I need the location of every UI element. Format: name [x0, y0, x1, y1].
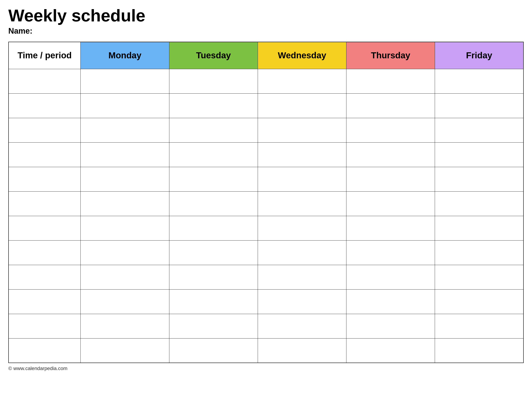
table-row	[8, 118, 524, 142]
table-cell[interactable]	[169, 191, 258, 216]
table-cell[interactable]	[81, 338, 169, 363]
table-cell[interactable]	[169, 167, 258, 191]
table-cell[interactable]	[169, 314, 258, 338]
table-cell[interactable]	[258, 314, 346, 338]
table-cell[interactable]	[81, 314, 169, 338]
table-cell[interactable]	[346, 69, 435, 93]
table-cell[interactable]	[435, 167, 524, 191]
table-cell[interactable]	[258, 265, 346, 289]
table-row	[8, 314, 524, 338]
table-row	[8, 338, 524, 363]
table-cell[interactable]	[81, 118, 169, 142]
table-cell[interactable]	[346, 93, 435, 118]
table-cell[interactable]	[346, 314, 435, 338]
table-cell[interactable]	[8, 289, 81, 314]
table-cell[interactable]	[8, 142, 81, 167]
col-header-wednesday: Wednesday	[258, 42, 346, 69]
table-cell[interactable]	[435, 265, 524, 289]
table-row	[8, 191, 524, 216]
table-cell[interactable]	[346, 216, 435, 240]
table-cell[interactable]	[169, 338, 258, 363]
table-cell[interactable]	[258, 93, 346, 118]
table-cell[interactable]	[8, 216, 81, 240]
col-header-time: Time / period	[8, 42, 81, 69]
table-cell[interactable]	[169, 289, 258, 314]
table-row	[8, 167, 524, 191]
table-cell[interactable]	[435, 118, 524, 142]
table-cell[interactable]	[258, 338, 346, 363]
table-cell[interactable]	[169, 69, 258, 93]
table-cell[interactable]	[8, 191, 81, 216]
table-cell[interactable]	[8, 69, 81, 93]
table-cell[interactable]	[258, 240, 346, 265]
table-cell[interactable]	[435, 338, 524, 363]
table-cell[interactable]	[81, 69, 169, 93]
table-cell[interactable]	[346, 240, 435, 265]
col-header-thursday: Thursday	[346, 42, 435, 69]
table-cell[interactable]	[346, 142, 435, 167]
table-cell[interactable]	[8, 338, 81, 363]
table-cell[interactable]	[435, 191, 524, 216]
table-cell[interactable]	[258, 167, 346, 191]
col-header-monday: Monday	[81, 42, 169, 69]
table-cell[interactable]	[169, 118, 258, 142]
table-cell[interactable]	[8, 118, 81, 142]
table-cell[interactable]	[435, 142, 524, 167]
table-cell[interactable]	[169, 216, 258, 240]
name-label: Name:	[8, 27, 524, 36]
table-row	[8, 289, 524, 314]
table-cell[interactable]	[258, 289, 346, 314]
table-cell[interactable]	[258, 191, 346, 216]
table-cell[interactable]	[169, 93, 258, 118]
table-cell[interactable]	[8, 240, 81, 265]
table-row	[8, 265, 524, 289]
table-row	[8, 142, 524, 167]
page-title: Weekly schedule	[8, 6, 524, 25]
table-row	[8, 240, 524, 265]
table-cell[interactable]	[81, 142, 169, 167]
table-cell[interactable]	[435, 289, 524, 314]
table-cell[interactable]	[81, 289, 169, 314]
table-cell[interactable]	[346, 191, 435, 216]
header-row: Time / period Monday Tuesday Wednesday T…	[8, 42, 524, 69]
table-cell[interactable]	[169, 265, 258, 289]
table-cell[interactable]	[435, 93, 524, 118]
table-cell[interactable]	[435, 69, 524, 93]
weekly-schedule-table: Time / period Monday Tuesday Wednesday T…	[8, 42, 524, 363]
table-row	[8, 216, 524, 240]
table-cell[interactable]	[169, 240, 258, 265]
table-cell[interactable]	[346, 265, 435, 289]
col-header-friday: Friday	[435, 42, 524, 69]
table-cell[interactable]	[258, 69, 346, 93]
table-row	[8, 69, 524, 93]
table-cell[interactable]	[8, 93, 81, 118]
table-cell[interactable]	[81, 265, 169, 289]
table-row	[8, 93, 524, 118]
table-cell[interactable]	[8, 265, 81, 289]
table-cell[interactable]	[435, 314, 524, 338]
table-cell[interactable]	[346, 289, 435, 314]
table-cell[interactable]	[8, 314, 81, 338]
table-cell[interactable]	[346, 338, 435, 363]
table-cell[interactable]	[346, 118, 435, 142]
table-cell[interactable]	[8, 167, 81, 191]
table-cell[interactable]	[258, 216, 346, 240]
table-cell[interactable]	[169, 142, 258, 167]
table-cell[interactable]	[81, 216, 169, 240]
table-cell[interactable]	[81, 240, 169, 265]
table-cell[interactable]	[435, 240, 524, 265]
table-cell[interactable]	[258, 118, 346, 142]
table-cell[interactable]	[81, 191, 169, 216]
col-header-tuesday: Tuesday	[169, 42, 258, 69]
footer-text: © www.calendarpedia.com	[8, 365, 524, 371]
table-cell[interactable]	[81, 167, 169, 191]
table-cell[interactable]	[81, 93, 169, 118]
table-cell[interactable]	[435, 216, 524, 240]
table-cell[interactable]	[346, 167, 435, 191]
table-cell[interactable]	[258, 142, 346, 167]
